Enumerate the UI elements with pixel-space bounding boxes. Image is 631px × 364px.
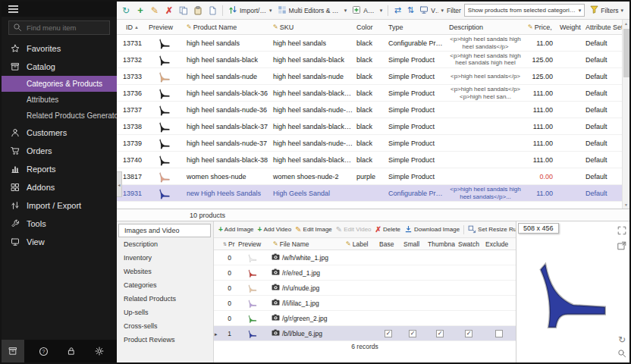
column-header-sku[interactable]: ✎SKU [270, 24, 353, 31]
product-name: high heel sandals-nude-36 [184, 106, 270, 114]
sidebar-item-view[interactable]: View [2, 233, 117, 251]
media-row[interactable]: ▸1/b/l/blue_6.jpg✓✓✓✓ [214, 326, 516, 341]
media-row[interactable]: 0/g/r/green_2.jpg [214, 311, 516, 326]
tab-product-reviews[interactable]: Product Reviews [117, 333, 213, 347]
menu-multi-editors-changers[interactable]: Multi Editors & Changers▾ [275, 3, 350, 18]
gear-icon[interactable] [91, 343, 108, 359]
column-header-type[interactable]: Type [385, 24, 446, 31]
refresh-icon-button[interactable]: ↻ [119, 4, 133, 17]
tab-cross-sells[interactable]: Cross-sells [117, 319, 213, 333]
category-filter-select[interactable]: Show products from selected categories▾ [464, 4, 585, 17]
add-image-button[interactable]: +Add Image [218, 225, 254, 234]
column-header-color[interactable]: Color [353, 24, 385, 31]
tab-up-sells[interactable]: Up-sells [117, 306, 213, 319]
transfer-icon-button[interactable]: ⇄ [391, 5, 403, 17]
base-checkbox[interactable]: ✓ [385, 330, 392, 337]
menu-import-export[interactable]: Import/Export▾ [226, 3, 275, 18]
column-header-preview[interactable]: Preview [146, 24, 184, 31]
scroll-down-arrow[interactable]: ▼ [623, 201, 629, 209]
swatch-checkbox[interactable]: ✓ [465, 330, 472, 337]
rotate-icon[interactable]: ↻ [617, 334, 627, 345]
export-doc-icon-button[interactable] [206, 4, 219, 17]
lock-icon[interactable] [63, 343, 80, 359]
sidebar-item-addons[interactable]: Addons [2, 178, 117, 196]
delete-button[interactable]: ✗Delete [375, 225, 401, 234]
help-icon[interactable]: ? [36, 343, 52, 359]
media-column-header-preview[interactable]: Preview [235, 240, 270, 248]
product-row[interactable]: 13738high heel sandals-black-37high heel… [117, 118, 622, 135]
media-column-header-small[interactable]: Small [400, 240, 425, 248]
add-icon-button[interactable]: + [133, 4, 147, 17]
tab-categories[interactable]: Categories [117, 278, 213, 292]
set-resize-rule-button[interactable]: Set Resize Rule▾ [468, 225, 516, 234]
archive-icon[interactable] [2, 340, 24, 362]
sidebar-item-reports[interactable]: Reports [2, 160, 117, 178]
menu-toggle-button[interactable] [2, 2, 24, 16]
product-row[interactable]: 13733high heel sandals-nudehigh heel san… [117, 68, 622, 85]
column-header-price[interactable]: ✎Price, [525, 24, 557, 31]
media-column-header-swatch[interactable]: Swatch [455, 240, 482, 248]
product-row[interactable]: 13817women shoes-nudewomen shoes-nude-2p… [117, 168, 622, 185]
fullscreen-icon[interactable] [617, 225, 627, 236]
tab-description[interactable]: Description [117, 237, 213, 251]
sidebar-subitem-categories-products[interactable]: Categories & Products [2, 76, 117, 92]
delete-icon-button[interactable]: ✗ [162, 4, 176, 17]
menu-addons[interactable]: Addons▾ [350, 3, 385, 18]
tab-related-products[interactable]: Related Products [117, 292, 213, 306]
scroll-up-arrow[interactable]: ▲ [623, 20, 629, 27]
product-row[interactable]: 13737high heel sandals-nude-36high heel … [117, 102, 622, 118]
media-column-header-pr[interactable]: ⇅Pr [220, 240, 235, 248]
edit-image-button[interactable]: ✎Edit Image [295, 225, 332, 234]
media-column-header-thumbna[interactable]: Thumbna [425, 240, 455, 248]
download-image-button[interactable]: Download Image [404, 225, 460, 234]
open-external-icon[interactable] [617, 240, 627, 251]
product-row[interactable]: 13740high heel sandals-black-38high heel… [117, 152, 622, 168]
column-header-product-name[interactable]: ✎Product Name [184, 24, 270, 31]
edit-icon-button[interactable]: ✎ [148, 4, 162, 17]
thumbnail-checkbox[interactable]: ✓ [436, 330, 444, 337]
sidebar-item-import-export[interactable]: Import / Export [2, 196, 117, 215]
add-video-button[interactable]: +Add Video [258, 225, 292, 234]
sidebar-item-favorites[interactable]: Favorites [2, 39, 117, 58]
sidebar-item-orders[interactable]: Orders [2, 142, 117, 160]
tab-images-and-video[interactable]: Images and Video [118, 224, 211, 237]
column-header-attribute-set-name[interactable]: Attribute Set Name [582, 24, 622, 31]
paste-icon-button[interactable] [191, 4, 205, 17]
column-header-description[interactable]: Description [446, 24, 525, 31]
panel-collapse-handle[interactable]: ◂ [117, 171, 122, 197]
sidebar-search[interactable] [8, 20, 110, 35]
vertical-scrollbar[interactable]: ▲ ▼ [622, 20, 629, 209]
product-row[interactable]: ▸13931new High Heels SandalsHigh Geels S… [117, 185, 622, 202]
product-row[interactable]: 13736high heel sandals-black-36high heel… [117, 85, 622, 102]
filter-label: Filter [447, 7, 461, 14]
media-row[interactable]: 0/n/u/nude.jpg [214, 281, 516, 296]
copy-icon-button[interactable] [177, 4, 190, 17]
sidebar-item-catalog[interactable]: Catalog [2, 58, 117, 76]
media-row[interactable]: 0/w/h/white_1.jpg [214, 250, 516, 265]
product-row[interactable]: 13739high heel sandals-nude-37high heel … [117, 135, 622, 152]
search-input[interactable] [25, 23, 105, 33]
filters-button[interactable]: Filters▾ [588, 4, 626, 17]
tab-inventory[interactable]: Inventory [117, 251, 213, 265]
sidebar-item-customers[interactable]: Customers [2, 124, 117, 142]
tab-websites[interactable]: Websites [117, 265, 213, 278]
sidebar-subitem-attributes[interactable]: Attributes [2, 92, 117, 108]
media-column-header-exclude[interactable]: Exclude [482, 240, 516, 248]
media-column-header-label[interactable]: ✎Label [343, 240, 376, 248]
product-row[interactable]: 13731high heel sandalshigh heel sandalsb… [117, 35, 622, 52]
sidebar-subitem-related-products-generator[interactable]: Related Products Generator [2, 108, 117, 124]
menu-view[interactable]: View▾ [417, 3, 446, 18]
media-column-header-base[interactable]: Base [376, 240, 400, 248]
media-row[interactable]: 0/l/i/lilac_1.jpg [214, 296, 516, 311]
sidebar-item-tools[interactable]: Tools [2, 215, 117, 233]
scroll-thumb[interactable] [623, 29, 629, 77]
column-header-weight[interactable]: Weight [557, 24, 582, 31]
sort-icon-button[interactable]: ⇅ [404, 5, 416, 17]
exclude-checkbox[interactable] [495, 330, 503, 337]
product-row[interactable]: 13732high heel sandals-blackhigh heel sa… [117, 52, 622, 68]
media-row[interactable]: 0/r/e/red_1.jpg [214, 265, 516, 281]
column-header-id[interactable]: ID▲ [123, 24, 146, 31]
media-column-header-file-name[interactable]: ✎File Name [270, 240, 343, 248]
small-checkbox[interactable]: ✓ [409, 330, 416, 337]
zoom-icon[interactable] [617, 348, 627, 359]
